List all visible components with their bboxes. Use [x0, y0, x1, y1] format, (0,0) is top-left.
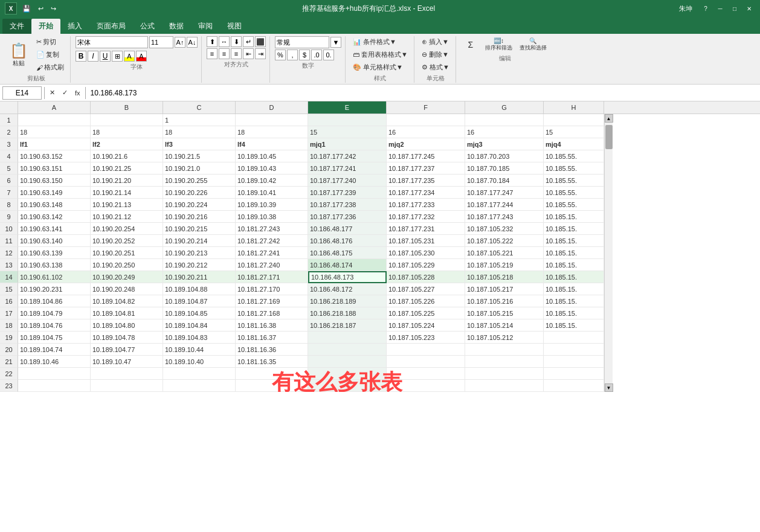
cell-b1[interactable]	[91, 114, 163, 126]
cell-h23[interactable]	[544, 380, 604, 392]
cell-d15[interactable]: 10.181.27.170	[236, 283, 308, 295]
cell-d4[interactable]: 10.189.10.45	[236, 150, 308, 162]
copy-btn[interactable]: 📄复制	[34, 49, 66, 60]
cell-g10[interactable]: 10.187.105.232	[465, 223, 544, 235]
row-num-4[interactable]: 4	[0, 150, 18, 162]
cell-d19[interactable]: 10.181.16.37	[236, 332, 308, 344]
cell-h10[interactable]: 10.185.15.	[544, 223, 604, 235]
row-num-19[interactable]: 19	[0, 332, 18, 344]
cell-c21[interactable]: 10.189.10.40	[163, 356, 236, 368]
cell-c19[interactable]: 10.189.104.83	[163, 332, 236, 344]
close-btn[interactable]: ✕	[743, 2, 755, 14]
cell-d7[interactable]: 10.189.10.41	[236, 187, 308, 199]
cell-a10[interactable]: 10.190.63.141	[18, 223, 91, 235]
cell-f18[interactable]: 10.187.105.224	[387, 319, 465, 332]
tab-file[interactable]: 文件	[2, 19, 31, 34]
cell-e14-active[interactable]: 10.186.48.173	[308, 271, 387, 283]
cell-g7[interactable]: 10.187.177.247	[465, 187, 544, 199]
sort-filter-btn[interactable]: 🔤↕ 排序和筛选	[483, 36, 515, 53]
cell-a16[interactable]: 10.189.104.86	[18, 295, 91, 307]
cell-reference-input[interactable]	[2, 86, 42, 100]
cell-g9[interactable]: 10.187.177.243	[465, 211, 544, 223]
cell-e15[interactable]: 10.186.48.172	[308, 283, 387, 295]
percent-btn[interactable]: %	[275, 50, 286, 60]
cell-c1[interactable]: 1	[163, 114, 236, 126]
cell-d23[interactable]	[236, 380, 308, 392]
cell-f16[interactable]: 10.187.105.226	[387, 295, 465, 307]
row-num-16[interactable]: 16	[0, 295, 18, 307]
cell-g23[interactable]	[465, 380, 544, 392]
paste-btn[interactable]: 📋 粘贴	[6, 41, 31, 69]
cell-f20[interactable]	[387, 344, 465, 356]
cell-b13[interactable]: 10.190.20.250	[91, 259, 163, 271]
cell-b4[interactable]: 10.190.21.6	[91, 150, 163, 162]
cell-c13[interactable]: 10.190.20.212	[163, 259, 236, 271]
col-header-b[interactable]: B	[91, 101, 163, 114]
cell-h2[interactable]: 15	[544, 126, 604, 138]
cell-b11[interactable]: 10.190.20.252	[91, 235, 163, 247]
col-header-a[interactable]: A	[18, 101, 91, 114]
cell-a20[interactable]: 10.189.104.74	[18, 344, 91, 356]
table-format-btn[interactable]: 🗃 套用表格格式▼	[350, 49, 410, 60]
col-header-e[interactable]: E	[308, 101, 387, 114]
row-num-5[interactable]: 5	[0, 162, 18, 175]
row-num-14[interactable]: 14	[0, 271, 18, 283]
cell-a21[interactable]: 10.189.10.46	[18, 356, 91, 368]
row-num-23[interactable]: 23	[0, 380, 18, 392]
cell-f2[interactable]: 16	[387, 126, 465, 138]
cell-c18[interactable]: 10.189.104.84	[163, 319, 236, 332]
cell-h18[interactable]: 10.185.15.	[544, 319, 604, 332]
cell-d16[interactable]: 10.181.27.169	[236, 295, 308, 307]
maximize-btn[interactable]: □	[729, 2, 741, 14]
cell-d11[interactable]: 10.181.27.242	[236, 235, 308, 247]
cell-e13[interactable]: 10.186.48.174	[308, 259, 387, 271]
cell-c6[interactable]: 10.190.20.255	[163, 175, 236, 187]
cell-f13[interactable]: 10.187.105.229	[387, 259, 465, 271]
cell-h4[interactable]: 10.185.55.	[544, 150, 604, 162]
cell-a2[interactable]: 18	[18, 126, 91, 138]
cell-e18[interactable]: 10.186.218.187	[308, 319, 387, 332]
cell-h12[interactable]: 10.185.15.	[544, 247, 604, 259]
row-num-12[interactable]: 12	[0, 247, 18, 259]
scroll-thumb[interactable]	[605, 125, 613, 149]
cell-g12[interactable]: 10.187.105.221	[465, 247, 544, 259]
cell-h9[interactable]: 10.185.15.	[544, 211, 604, 223]
cell-d13[interactable]: 10.181.27.240	[236, 259, 308, 271]
insert-cells-btn[interactable]: ⊕ 插入▼	[419, 36, 452, 48]
insert-function-btn[interactable]: fx	[72, 88, 83, 98]
align-bottom-btn[interactable]: ⬇	[231, 36, 242, 47]
cell-a18[interactable]: 10.189.104.76	[18, 319, 91, 332]
italic-btn[interactable]: I	[88, 51, 98, 62]
row-num-6[interactable]: 6	[0, 175, 18, 187]
cell-c7[interactable]: 10.190.20.226	[163, 187, 236, 199]
font-decrease-btn[interactable]: A↓	[187, 37, 198, 48]
row-num-11[interactable]: 11	[0, 235, 18, 247]
cell-c9[interactable]: 10.190.20.216	[163, 211, 236, 223]
cell-f3[interactable]: mjq2	[387, 138, 465, 150]
cell-h1[interactable]	[544, 114, 604, 126]
cell-b18[interactable]: 10.189.104.80	[91, 319, 163, 332]
cell-g4[interactable]: 10.187.70.203	[465, 150, 544, 162]
row-num-20[interactable]: 20	[0, 344, 18, 356]
cell-b19[interactable]: 10.189.104.78	[91, 332, 163, 344]
cell-d5[interactable]: 10.189.10.43	[236, 162, 308, 175]
format-cells-btn[interactable]: ⚙ 格式▼	[419, 62, 452, 73]
cell-c10[interactable]: 10.190.20.215	[163, 223, 236, 235]
cell-e23[interactable]	[308, 380, 387, 392]
cell-h13[interactable]: 10.185.15.	[544, 259, 604, 271]
cell-e12[interactable]: 10.186.48.175	[308, 247, 387, 259]
cell-a19[interactable]: 10.189.104.75	[18, 332, 91, 344]
cell-h8[interactable]: 10.185.55.	[544, 199, 604, 211]
cell-g20[interactable]	[465, 344, 544, 356]
cell-a5[interactable]: 10.190.63.151	[18, 162, 91, 175]
font-size-input[interactable]	[149, 36, 173, 48]
cell-e21[interactable]	[308, 356, 387, 368]
cell-d1[interactable]	[236, 114, 308, 126]
cell-a12[interactable]: 10.190.63.139	[18, 247, 91, 259]
cell-g11[interactable]: 10.187.105.222	[465, 235, 544, 247]
row-num-15[interactable]: 15	[0, 283, 18, 295]
cell-b2[interactable]: 18	[91, 126, 163, 138]
row-num-8[interactable]: 8	[0, 199, 18, 211]
cell-c3[interactable]: lf3	[163, 138, 236, 150]
cell-e16[interactable]: 10.186.218.189	[308, 295, 387, 307]
